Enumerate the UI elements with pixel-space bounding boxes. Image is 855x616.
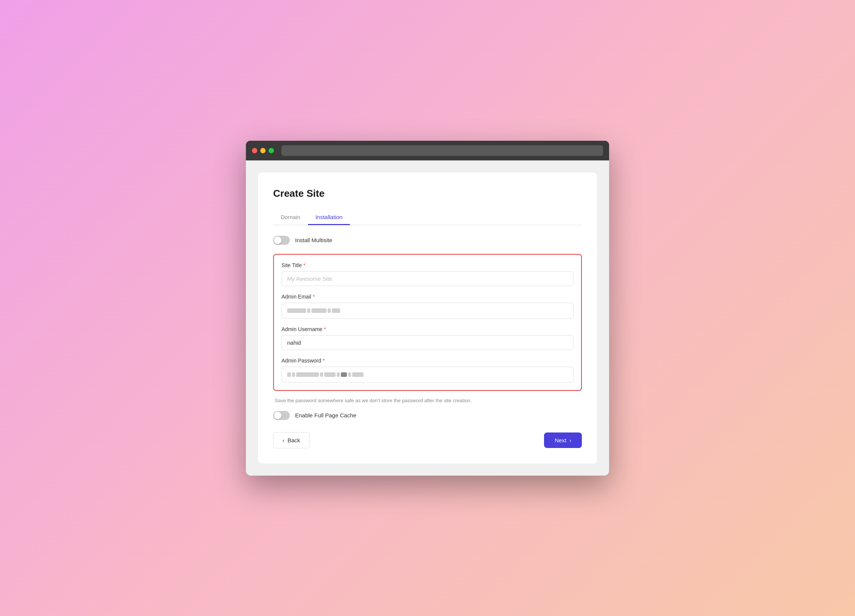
install-multisite-row: Install Multisite	[273, 236, 582, 245]
back-button[interactable]: ‹ Back	[273, 432, 309, 448]
admin-username-required: *	[324, 326, 326, 332]
admin-email-label: Admin Email *	[281, 294, 574, 300]
site-title-required: *	[303, 262, 305, 268]
address-bar	[281, 145, 603, 156]
admin-username-input[interactable]	[281, 335, 574, 350]
window-body: Create Site Domain Installation Install …	[246, 160, 609, 476]
admin-password-input[interactable]	[281, 367, 574, 383]
minimize-button[interactable]	[260, 148, 266, 153]
install-multisite-label: Install Multisite	[295, 237, 332, 243]
full-page-cache-toggle[interactable]	[273, 411, 290, 420]
admin-username-group: Admin Username *	[281, 326, 574, 350]
admin-password-required: *	[323, 358, 325, 364]
maximize-button[interactable]	[269, 148, 274, 153]
browser-window: Create Site Domain Installation Install …	[246, 141, 609, 476]
admin-email-blur	[287, 308, 340, 313]
next-chevron-icon: ›	[569, 437, 571, 443]
admin-email-input[interactable]	[281, 303, 574, 319]
admin-username-label: Admin Username *	[281, 326, 574, 332]
admin-email-group: Admin Email *	[281, 294, 574, 319]
footer-buttons: ‹ Back Next ›	[273, 432, 582, 448]
page-title: Create Site	[273, 188, 582, 199]
full-page-cache-label: Enable Full Page Cache	[295, 412, 356, 418]
next-button[interactable]: Next ›	[544, 432, 582, 448]
site-title-label: Site Title *	[281, 262, 574, 268]
next-button-label: Next	[555, 437, 566, 443]
titlebar	[246, 141, 609, 160]
full-page-cache-row: Enable Full Page Cache	[273, 411, 582, 420]
back-chevron-icon: ‹	[283, 437, 284, 443]
form-section: Site Title * Admin Email *	[273, 254, 582, 391]
tabs-container: Domain Installation	[273, 210, 582, 225]
admin-password-blur	[287, 372, 364, 377]
site-title-group: Site Title *	[281, 262, 574, 286]
close-button[interactable]	[252, 148, 257, 153]
back-button-label: Back	[288, 437, 300, 443]
admin-email-required: *	[313, 294, 315, 300]
admin-password-group: Admin Password *	[281, 358, 574, 383]
tab-installation[interactable]: Installation	[308, 210, 350, 225]
password-hint: Save the password somewhere safe as we d…	[273, 398, 582, 403]
admin-password-label: Admin Password *	[281, 358, 574, 364]
create-site-card: Create Site Domain Installation Install …	[258, 173, 597, 464]
tab-domain[interactable]: Domain	[273, 210, 308, 225]
install-multisite-toggle[interactable]	[273, 236, 290, 245]
site-title-input[interactable]	[281, 271, 574, 286]
